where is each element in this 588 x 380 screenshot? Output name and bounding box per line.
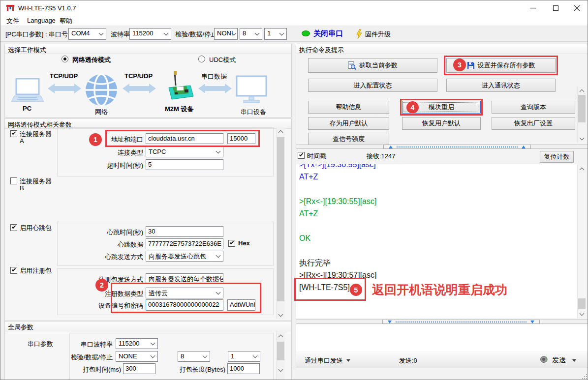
send-button[interactable]: 发送 xyxy=(552,356,566,365)
maximize-button[interactable] xyxy=(544,0,567,15)
reset-count-button[interactable]: 复位计数 xyxy=(540,151,574,163)
g-stopbits-value: 1 xyxy=(231,352,234,360)
menu-language[interactable]: Language xyxy=(27,17,56,24)
query-signal-button[interactable]: 查信号强度 xyxy=(308,133,389,146)
horizontal-splitter[interactable] xyxy=(296,320,588,324)
restore-user-default-button[interactable]: 恢复用户默认 xyxy=(402,117,481,130)
menu-file[interactable]: 文件 xyxy=(6,17,19,26)
dropdown-caret-icon xyxy=(346,359,350,362)
get-params-button[interactable]: 获取当前参数 xyxy=(308,58,437,73)
scroll-down-button[interactable] xyxy=(277,366,285,374)
scrollbar-thumb[interactable] xyxy=(277,342,284,360)
timestamp-label: 时间戳 xyxy=(307,152,326,161)
send-text-area[interactable] xyxy=(296,324,588,351)
chevron-down-icon xyxy=(216,253,221,258)
pack-time-input[interactable]: 300 xyxy=(123,363,155,374)
hb-data-input[interactable]: 7777772E7573722E636E xyxy=(146,238,223,249)
close-port-button[interactable]: 关闭串口 xyxy=(313,29,343,38)
enter-config-button[interactable]: 进入配置状态 xyxy=(308,79,437,92)
close-button[interactable] xyxy=(566,0,588,15)
minimize-button[interactable] xyxy=(522,0,544,15)
splitter-grip[interactable] xyxy=(383,145,531,149)
enter-comm-button[interactable]: 进入通讯状态 xyxy=(446,79,556,92)
commands-scrollbar[interactable] xyxy=(577,87,586,143)
scroll-down-button[interactable] xyxy=(277,311,285,319)
parity-select[interactable]: NONI xyxy=(214,28,238,40)
device-id-input[interactable]: 00031678000000000022 xyxy=(146,299,223,311)
g-stopbits-select[interactable]: 1 xyxy=(228,351,260,362)
log-line: >[Rx<-][19:30:57][asc] xyxy=(299,269,577,281)
parity-value: NONI xyxy=(217,29,233,37)
heartbeat-checkbox[interactable] xyxy=(10,224,17,231)
net-params-scrollbar[interactable] xyxy=(276,127,285,319)
databits-select[interactable]: 8 xyxy=(240,28,262,40)
log-line xyxy=(299,220,577,232)
global-params-scrollbar[interactable] xyxy=(276,331,285,380)
conn-type-select[interactable]: TCPC xyxy=(146,146,223,157)
stopbits-select[interactable]: 1 xyxy=(264,28,287,40)
transparent-mode-radio[interactable] xyxy=(62,56,68,62)
server-a-checkbox[interactable] xyxy=(10,130,17,137)
timestamp-checkbox[interactable] xyxy=(298,152,305,159)
scrollbar-thumb[interactable] xyxy=(578,298,586,309)
module-restart-label: 模块重启 xyxy=(429,103,454,112)
hex-checkbox[interactable] xyxy=(228,240,235,247)
query-version-label: 查询版本 xyxy=(521,103,546,112)
hb-mode-value: 向服务器发送心跳包 xyxy=(149,253,206,260)
query-version-button[interactable]: 查询版本 xyxy=(492,101,575,114)
device-password-input[interactable]: AdtWUnh xyxy=(227,299,255,311)
reg-mode-select[interactable]: 向服务器发送的每个数据包 xyxy=(146,273,223,284)
baud-select[interactable]: 115200 xyxy=(129,28,171,40)
triangle-up-icon xyxy=(522,146,526,148)
firmware-upgrade-button[interactable]: 固件升级 xyxy=(365,30,391,39)
check-icon xyxy=(12,131,16,135)
g-parity-label: 检验/数据/停止 xyxy=(63,353,113,362)
timeout-input[interactable]: 5 xyxy=(146,159,223,170)
chevron-down-icon xyxy=(279,312,283,317)
resize-grip-icon[interactable] xyxy=(581,373,587,379)
send-via-serial-dropdown[interactable]: 通过串口发送 xyxy=(305,356,343,365)
splitter-grip[interactable] xyxy=(382,320,540,324)
scroll-up-button[interactable] xyxy=(277,332,285,340)
hb-mode-select[interactable]: 向服务器发送心跳包 xyxy=(146,251,223,262)
menu-help[interactable]: 帮助 xyxy=(60,17,72,26)
chevron-up-icon xyxy=(279,130,283,135)
scroll-up-button[interactable] xyxy=(277,127,285,135)
scroll-up-button[interactable] xyxy=(578,165,586,173)
server-b-checkbox[interactable] xyxy=(10,177,17,184)
recv-count-label: 接收:1247 xyxy=(367,152,396,161)
check-icon xyxy=(230,240,234,244)
com-port-select[interactable]: COM4 xyxy=(68,28,106,40)
triangle-down-icon xyxy=(388,321,392,323)
log-line xyxy=(299,244,577,257)
reg-type-label: 注册数据类型 xyxy=(84,290,143,298)
save-user-default-button[interactable]: 存为用户默认 xyxy=(308,117,389,130)
udc-mode-label[interactable]: UDC模式 xyxy=(209,56,236,64)
register-checkbox[interactable] xyxy=(10,267,17,274)
transparent-mode-label[interactable]: 网络透传模式 xyxy=(72,56,111,64)
help-info-button[interactable]: 帮助信息 xyxy=(308,101,389,114)
chevron-up-icon xyxy=(580,167,585,172)
scrollbar-thumb[interactable] xyxy=(578,95,586,122)
scrollbar-thumb[interactable] xyxy=(277,137,284,301)
hb-time-input[interactable]: 30 xyxy=(146,226,223,237)
pack-len-input[interactable]: 1000 xyxy=(227,363,260,374)
scroll-down-button[interactable] xyxy=(578,310,586,318)
chevron-down-icon xyxy=(216,149,221,154)
factory-reset-button[interactable]: 恢复出厂设置 xyxy=(492,117,575,130)
scroll-down-button[interactable] xyxy=(578,135,586,143)
g-databits-select[interactable]: 8 xyxy=(178,351,210,362)
diagram-serial-device-label: 串口设备 xyxy=(241,108,266,117)
g-parity-select[interactable]: NONE xyxy=(116,351,158,362)
g-baud-select[interactable]: 115200 xyxy=(116,338,158,349)
server-port-input[interactable]: 15000 xyxy=(227,133,255,144)
udc-mode-radio[interactable] xyxy=(198,56,205,62)
splitter-dots xyxy=(396,322,526,322)
server-address-input[interactable]: clouddata.usr.cn xyxy=(146,133,223,144)
horizontal-splitter[interactable] xyxy=(296,145,588,149)
log-line: >[Tx->][19:30:55][asc] xyxy=(299,164,577,171)
reg-type-select[interactable]: 透传云 xyxy=(146,288,223,298)
scroll-up-button[interactable] xyxy=(578,87,586,94)
log-scrollbar[interactable] xyxy=(577,165,586,318)
chevron-down-icon xyxy=(279,31,284,36)
